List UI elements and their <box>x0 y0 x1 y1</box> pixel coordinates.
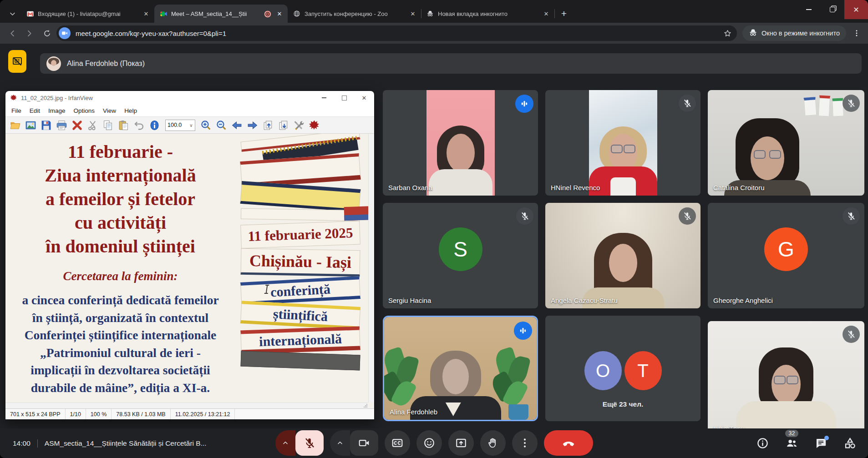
address-bar: meet.google.com/kqr-yveu-xax?authuser=0&… <box>0 23 868 44</box>
meet-icon <box>160 10 168 18</box>
menu-view[interactable]: View <box>99 107 120 114</box>
menu-edit[interactable]: Edit <box>25 107 44 114</box>
maximize-button[interactable] <box>334 91 354 105</box>
camera-in-use-icon[interactable] <box>59 27 71 39</box>
camera-options-chevron[interactable] <box>330 430 350 456</box>
presentation-stopped-chip[interactable] <box>8 50 26 73</box>
overflow-participants-tile[interactable]: O T Ещё 23 чел. <box>545 316 700 421</box>
minimize-window-button[interactable] <box>797 0 821 19</box>
tab-search-button[interactable] <box>4 5 21 23</box>
undo-icon[interactable] <box>133 120 145 131</box>
browser-menu-icon[interactable] <box>850 26 863 40</box>
horizontal-scrollbar[interactable] <box>5 403 368 408</box>
page-down-icon[interactable] <box>278 120 289 131</box>
tab-label: Входящие (1) - liviatapu@gmai <box>38 10 138 17</box>
zoom-in-icon[interactable] <box>200 120 212 131</box>
zoom-combobox[interactable]: ∨ <box>165 120 195 131</box>
presenter-bar[interactable]: Alina Ferdohleb (Показ) <box>40 53 862 74</box>
poster-text-block: 11 februarie - Ziua internațională a fem… <box>5 134 235 397</box>
mic-options-chevron[interactable] <box>275 430 295 456</box>
zoom-value-input[interactable] <box>166 122 188 128</box>
emoji-smile-icon <box>423 437 435 449</box>
close-button[interactable]: ✕ <box>354 91 374 105</box>
bookmark-star-icon[interactable] <box>721 26 734 40</box>
resize-grip[interactable] <box>363 403 368 408</box>
mic-muted-icon <box>679 207 696 225</box>
menu-image[interactable]: Image <box>44 107 70 114</box>
menu-file[interactable]: File <box>7 107 25 114</box>
next-image-icon[interactable] <box>247 120 258 131</box>
activities-shapes-icon <box>844 437 856 449</box>
participant-tile-angela-cazacu-stratu[interactable]: Angela Cazacu-Stratu <box>545 203 700 308</box>
reload-icon[interactable] <box>39 25 55 41</box>
close-tab-icon[interactable]: ✕ <box>542 9 551 18</box>
irfanview-statusbar: 701 x 515 x 24 BPP 1/10 100 % 78.53 KB /… <box>5 408 374 419</box>
close-tab-icon[interactable]: ✕ <box>142 9 151 18</box>
overflow-avatars: O T <box>584 351 662 390</box>
close-tab-icon[interactable]: ✕ <box>408 9 417 18</box>
forward-icon[interactable] <box>22 25 37 41</box>
participant-tile-livia-tapu[interactable]: Livia Țapu <box>708 321 864 437</box>
chat-notification-dot <box>824 436 829 440</box>
print-icon[interactable] <box>56 120 67 131</box>
more-options-icon <box>519 437 531 449</box>
save-icon[interactable] <box>41 120 52 131</box>
participant-tile-gheorghe-anghelici[interactable]: G Gheorghe Anghelici <box>708 203 864 308</box>
poster-body-line: „Patrimoniul cultural de ieri - <box>5 344 235 362</box>
meeting-details-button[interactable] <box>756 437 769 449</box>
close-window-button[interactable]: ✕ <box>844 0 868 19</box>
mic-muted-button[interactable] <box>295 430 324 456</box>
close-tab-icon[interactable]: ✕ <box>275 9 284 18</box>
menu-help[interactable]: Help <box>120 107 141 114</box>
call-controls <box>275 430 593 456</box>
menu-options[interactable]: Options <box>70 107 99 114</box>
raise-hand-button[interactable] <box>480 430 506 456</box>
page-up-icon[interactable] <box>262 120 274 131</box>
mic-muted-icon <box>843 207 860 225</box>
open-file-icon[interactable] <box>10 120 21 131</box>
more-options-button[interactable] <box>512 430 538 456</box>
delete-icon[interactable] <box>71 120 83 131</box>
url-text[interactable]: meet.google.com/kqr-yveu-xax?authuser=0&… <box>76 30 226 37</box>
restore-window-button[interactable] <box>821 0 844 19</box>
tab-strip: Входящие (1) - liviatapu@gmai ✕ Meet – A… <box>0 0 868 23</box>
tab-gmail[interactable]: Входящие (1) - liviatapu@gmai ✕ <box>21 5 154 23</box>
chat-button[interactable] <box>815 437 827 449</box>
cut-icon[interactable] <box>87 120 98 131</box>
tools-icon[interactable] <box>293 120 305 131</box>
captions-button[interactable] <box>385 430 410 456</box>
participant-name: Alina Ferdohleb <box>390 408 437 416</box>
new-tab-button[interactable]: + <box>557 7 571 20</box>
leave-call-button[interactable] <box>544 430 593 456</box>
activities-button[interactable] <box>844 437 856 449</box>
paste-icon[interactable] <box>118 120 129 131</box>
poster-body-line: a cincea conferință dedicată femeilor <box>5 292 235 309</box>
participants-button[interactable]: 32 <box>786 437 798 449</box>
participant-tile-sergiu-hacina[interactable]: S Sergiu Hacina <box>383 203 538 308</box>
present-screen-button[interactable] <box>448 430 474 456</box>
mic-muted-icon <box>843 95 860 112</box>
reactions-button[interactable] <box>416 430 442 456</box>
tab-incognito-newtab[interactable]: Новая вкладка инкогнито ✕ <box>421 5 554 23</box>
zoom-dropdown-icon[interactable]: ∨ <box>188 123 195 128</box>
participant-video <box>589 90 657 196</box>
previous-image-icon[interactable] <box>231 120 243 131</box>
participant-tile-catalina-croitoru[interactable]: Catalina Croitoru <box>708 90 864 196</box>
participant-tile-hninel-revenco[interactable]: HNinel Revenco <box>545 90 700 196</box>
back-icon[interactable] <box>5 25 20 41</box>
vertical-scrollbar[interactable] <box>368 134 374 403</box>
irfanview-titlebar[interactable]: 11_02_2025.jpg - IrfanView ✕ <box>5 91 374 105</box>
irfanview-toolbar: ∨ <box>5 116 374 134</box>
omnibox[interactable]: meet.google.com/kqr-yveu-xax?authuser=0&… <box>56 25 737 41</box>
zoom-out-icon[interactable] <box>216 120 227 131</box>
slideshow-icon[interactable] <box>25 120 36 131</box>
participant-tile-sarban-oxana[interactable]: Sarban Oxana <box>383 90 538 196</box>
tab-meet[interactable]: Meet – ASM_sectia_14__Știi ✕ <box>154 5 288 23</box>
irfanview-red-icon[interactable] <box>309 120 320 131</box>
copy-icon[interactable] <box>102 120 114 131</box>
tab-zoom[interactable]: Запустить конференцию - Zoo ✕ <box>288 5 421 23</box>
image-info-icon[interactable] <box>149 120 160 131</box>
participant-tile-alina-ferdohleb-active-speaker[interactable]: Alina Ferdohleb <box>383 316 538 421</box>
camera-button[interactable] <box>350 430 378 456</box>
minimize-button[interactable] <box>314 91 334 105</box>
